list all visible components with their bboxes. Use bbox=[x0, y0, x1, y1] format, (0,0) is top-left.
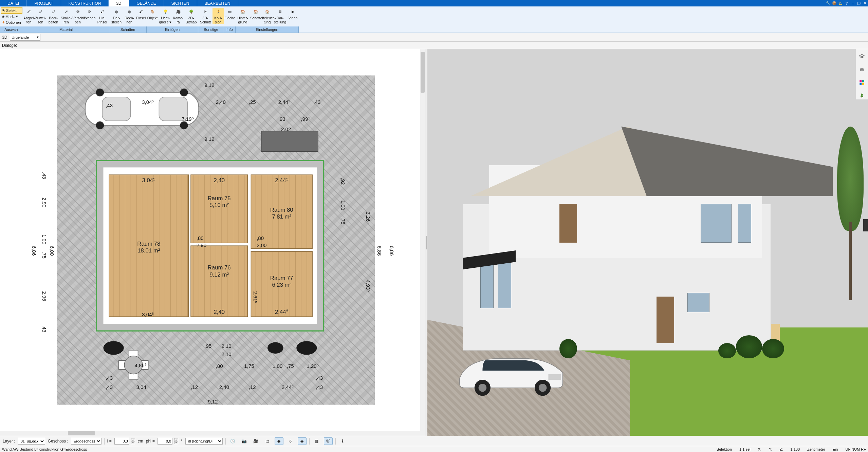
menu-datei[interactable]: DATEI bbox=[0, 0, 27, 6]
layers-icon[interactable] bbox=[858, 53, 866, 61]
grid-icon[interactable]: ▦ bbox=[312, 437, 321, 445]
bitmap3d-button[interactable]: 🌳3D-Bitmap bbox=[184, 8, 198, 24]
menu-konstruktion[interactable]: KONSTRUKTION bbox=[61, 0, 109, 6]
kamera-button[interactable]: 🎥Kame-ra bbox=[172, 8, 184, 24]
abgreifen-button[interactable]: 🖊Abgrei-fen bbox=[23, 8, 35, 24]
north-icon[interactable]: Ⓝ bbox=[324, 437, 333, 445]
furniture-icon[interactable] bbox=[858, 65, 866, 74]
svg-text:,43: ,43 bbox=[316, 384, 323, 390]
pinsel-label1: Pinsel bbox=[135, 16, 146, 20]
toolbar-folder-icon[interactable]: 🗂 bbox=[837, 0, 844, 6]
movie-icon[interactable]: 🎥 bbox=[252, 437, 260, 445]
svg-text:2,90: 2,90 bbox=[41, 197, 47, 207]
pinsel-button[interactable]: 🖌Pinsel bbox=[135, 8, 147, 20]
svg-text:6,23 m²: 6,23 m² bbox=[272, 282, 291, 288]
toolbar-box-icon[interactable]: 📦 bbox=[831, 0, 837, 6]
geschoss-select[interactable]: Erdgeschoss bbox=[71, 438, 101, 445]
svg-text:2,90: 2,90 bbox=[197, 242, 206, 248]
menu-gelaende[interactable]: GELÄNDE bbox=[129, 0, 164, 6]
menu-bearbeiten[interactable]: BEARBEITEN bbox=[197, 0, 238, 6]
verschieben-button[interactable]: ✥Verschie-ben bbox=[72, 8, 84, 24]
status-y: Y: bbox=[769, 447, 772, 451]
bearbeiten-button[interactable]: 🖊Bear-beiten bbox=[46, 8, 60, 24]
terrain-select[interactable]: Urgelände▾ bbox=[10, 34, 40, 41]
svg-text:,43: ,43 bbox=[106, 102, 113, 108]
optionen-button[interactable]: ✚ Optionen bbox=[1, 19, 22, 25]
beleuchtung-icon: 🏠 bbox=[263, 8, 272, 15]
help-icon[interactable]: ? bbox=[844, 0, 850, 6]
plan-scroll-vertical[interactable] bbox=[420, 49, 425, 436]
svg-text:9,12: 9,12 bbox=[208, 399, 218, 404]
phi-spinner[interactable]: ▴▾ bbox=[174, 438, 178, 444]
zuweisen-button[interactable]: 🖊Zuwei-sen bbox=[35, 8, 46, 24]
toolbar-wrench-icon[interactable]: 🔧 bbox=[825, 0, 831, 6]
beleuchtung-label1: Beleuch- bbox=[262, 16, 273, 20]
status-flags: UF NUM RF bbox=[846, 447, 866, 451]
drehen-button[interactable]: ⟳Drehen bbox=[84, 8, 95, 20]
right-panel-handle[interactable] bbox=[863, 219, 868, 231]
camera-icon[interactable]: 📷 bbox=[240, 437, 249, 445]
layer-select[interactable]: 01_ug,eg,og bbox=[18, 438, 45, 445]
info-icon[interactable]: ℹ bbox=[338, 437, 347, 445]
tree-tool-icon[interactable] bbox=[858, 91, 866, 99]
length-spinner[interactable]: ▴▾ bbox=[131, 438, 135, 444]
snap-b-icon[interactable]: ◇ bbox=[286, 437, 295, 445]
schnitt3d-button[interactable]: ✂3D-Schnitt bbox=[198, 8, 213, 24]
beleuchtung-button[interactable]: 🏠Beleuch-tung bbox=[261, 8, 273, 24]
window-maximize-button[interactable]: ▢ bbox=[856, 0, 862, 6]
menu-3d[interactable]: 3D bbox=[109, 0, 129, 6]
flaeche-button[interactable]: ▭Fläche bbox=[224, 8, 236, 20]
hinpinsel-button[interactable]: 🖌Hin.Pinsel bbox=[95, 8, 109, 24]
skalieren-button[interactable]: ⤢Skalie-ren bbox=[60, 8, 72, 24]
svg-text:3,26⁵: 3,26⁵ bbox=[365, 212, 371, 224]
stack-icon[interactable]: 🗂 bbox=[263, 437, 272, 445]
window-close-button[interactable]: ✕ bbox=[862, 0, 868, 6]
svg-text:2,96: 2,96 bbox=[41, 291, 47, 301]
menu-sichten[interactable]: SICHTEN bbox=[164, 0, 197, 6]
svg-text:7,19⁵: 7,19⁵ bbox=[182, 116, 193, 122]
group-label-einstellungen: Einstellungen bbox=[236, 26, 299, 33]
beleuchtung-label2: tung bbox=[262, 20, 273, 24]
hintergrund-label1: Hinter- bbox=[236, 16, 250, 20]
drehen-label1: Drehen bbox=[84, 16, 95, 20]
svg-text:,80: ,80 bbox=[216, 363, 223, 369]
menu-projekt[interactable]: PROJEKT bbox=[27, 0, 61, 6]
mark-button[interactable]: ◈ Mark.▾ bbox=[1, 14, 22, 19]
video-button[interactable]: ▶Video bbox=[287, 8, 299, 20]
rechnen-label1: Rech- bbox=[124, 16, 135, 20]
verschieben-label2: ben bbox=[72, 20, 83, 24]
plan-scroll-horizontal[interactable] bbox=[0, 431, 420, 436]
group-label-schatten: Schatten bbox=[109, 26, 147, 33]
lichtquelle-button[interactable]: 💡Licht-quelle ▾ bbox=[158, 8, 172, 24]
dl-select[interactable]: dl (Richtung/Di bbox=[185, 438, 223, 445]
svg-text:2,44⁵: 2,44⁵ bbox=[275, 177, 289, 184]
length-input[interactable] bbox=[114, 438, 129, 445]
selekt-button[interactable]: ⬉ Selekt bbox=[1, 7, 22, 14]
snap-a-icon[interactable]: ◆ bbox=[275, 437, 283, 445]
hintergrund-label2: grund bbox=[236, 20, 250, 24]
rechnen-button[interactable]: ◍Rech-nen bbox=[124, 8, 135, 24]
svg-text:,43: ,43 bbox=[106, 375, 113, 381]
darstellung-button[interactable]: 🖥Dar-stellung bbox=[273, 8, 287, 24]
hintergrund-button[interactable]: 🏠Hinter-grund bbox=[236, 8, 250, 24]
schatten2-button[interactable]: 🏠Schatten bbox=[250, 8, 261, 20]
drehen-icon: ⟳ bbox=[85, 8, 94, 15]
kollision-button[interactable]: 🚶Kolli-sion bbox=[213, 8, 224, 24]
phi-input[interactable] bbox=[158, 438, 172, 445]
right-tool-strip bbox=[856, 49, 868, 99]
svg-text:,25: ,25 bbox=[249, 99, 256, 105]
palette-icon[interactable] bbox=[858, 78, 866, 87]
objekt-button[interactable]: 🪑Objekt bbox=[147, 8, 158, 20]
bitmap3d-icon: 🌳 bbox=[187, 8, 196, 15]
svg-text:2,44⁵: 2,44⁵ bbox=[275, 309, 289, 315]
plan-2d-pane[interactable]: 3,04⁵ 9,12 2,40 ,25 2,44⁵ ,43 7,19⁵ ,93 … bbox=[0, 49, 425, 436]
view-3d-pane[interactable] bbox=[427, 49, 868, 436]
snap-c-icon[interactable]: ◈ bbox=[298, 437, 307, 445]
darstellen-button[interactable]: ◍Dar-stellen bbox=[109, 8, 124, 24]
svg-text:,95: ,95 bbox=[204, 343, 211, 349]
svg-text:,12: ,12 bbox=[249, 384, 256, 390]
pinsel-icon: 🖌 bbox=[136, 8, 145, 15]
tree-icon bbox=[837, 127, 864, 301]
window-minimize-button[interactable]: – bbox=[850, 0, 856, 6]
clock-icon[interactable]: 🕓 bbox=[228, 437, 237, 445]
